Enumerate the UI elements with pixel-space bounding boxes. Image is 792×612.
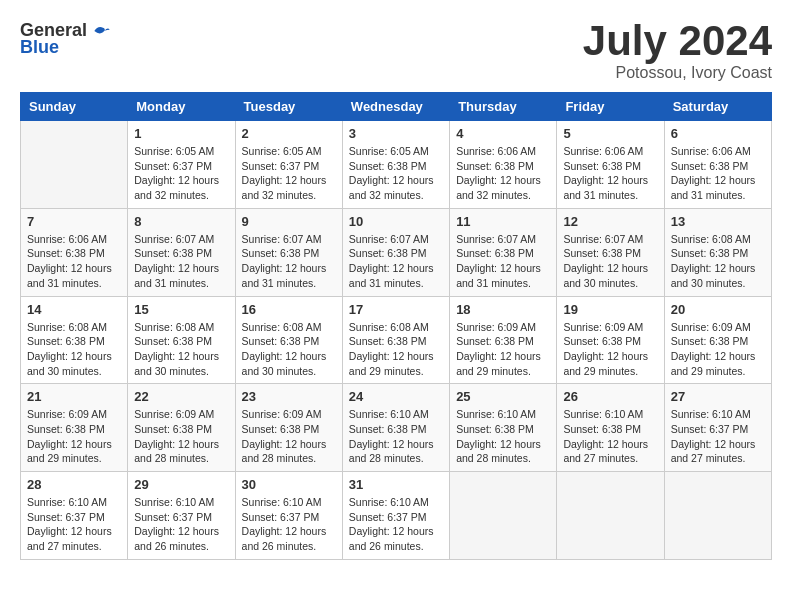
day-number: 15 bbox=[134, 302, 228, 317]
day-number: 28 bbox=[27, 477, 121, 492]
day-info: Sunrise: 6:07 AM Sunset: 6:38 PM Dayligh… bbox=[349, 232, 443, 291]
calendar-day-cell: 3Sunrise: 6:05 AM Sunset: 6:38 PM Daylig… bbox=[342, 121, 449, 209]
day-info: Sunrise: 6:08 AM Sunset: 6:38 PM Dayligh… bbox=[349, 320, 443, 379]
day-info: Sunrise: 6:09 AM Sunset: 6:38 PM Dayligh… bbox=[134, 407, 228, 466]
day-info: Sunrise: 6:09 AM Sunset: 6:38 PM Dayligh… bbox=[456, 320, 550, 379]
calendar-day-cell: 5Sunrise: 6:06 AM Sunset: 6:38 PM Daylig… bbox=[557, 121, 664, 209]
day-number: 24 bbox=[349, 389, 443, 404]
day-info: Sunrise: 6:09 AM Sunset: 6:38 PM Dayligh… bbox=[563, 320, 657, 379]
day-info: Sunrise: 6:07 AM Sunset: 6:38 PM Dayligh… bbox=[134, 232, 228, 291]
day-number: 11 bbox=[456, 214, 550, 229]
day-info: Sunrise: 6:09 AM Sunset: 6:38 PM Dayligh… bbox=[242, 407, 336, 466]
calendar-day-cell bbox=[21, 121, 128, 209]
calendar-day-cell: 29Sunrise: 6:10 AM Sunset: 6:37 PM Dayli… bbox=[128, 472, 235, 560]
day-of-week-header: Sunday bbox=[21, 93, 128, 121]
calendar-day-cell: 31Sunrise: 6:10 AM Sunset: 6:37 PM Dayli… bbox=[342, 472, 449, 560]
logo-blue-text: Blue bbox=[20, 37, 59, 58]
day-number: 29 bbox=[134, 477, 228, 492]
day-info: Sunrise: 6:09 AM Sunset: 6:38 PM Dayligh… bbox=[27, 407, 121, 466]
day-of-week-header: Thursday bbox=[450, 93, 557, 121]
day-info: Sunrise: 6:10 AM Sunset: 6:37 PM Dayligh… bbox=[349, 495, 443, 554]
day-of-week-header: Friday bbox=[557, 93, 664, 121]
day-number: 20 bbox=[671, 302, 765, 317]
day-number: 26 bbox=[563, 389, 657, 404]
day-number: 9 bbox=[242, 214, 336, 229]
day-number: 27 bbox=[671, 389, 765, 404]
month-year-title: July 2024 bbox=[583, 20, 772, 62]
day-number: 4 bbox=[456, 126, 550, 141]
calendar-day-cell: 13Sunrise: 6:08 AM Sunset: 6:38 PM Dayli… bbox=[664, 208, 771, 296]
day-info: Sunrise: 6:06 AM Sunset: 6:38 PM Dayligh… bbox=[456, 144, 550, 203]
day-number: 30 bbox=[242, 477, 336, 492]
calendar-day-cell bbox=[557, 472, 664, 560]
calendar-header: SundayMondayTuesdayWednesdayThursdayFrid… bbox=[21, 93, 772, 121]
day-number: 10 bbox=[349, 214, 443, 229]
day-number: 16 bbox=[242, 302, 336, 317]
calendar-day-cell: 28Sunrise: 6:10 AM Sunset: 6:37 PM Dayli… bbox=[21, 472, 128, 560]
calendar-week-row: 28Sunrise: 6:10 AM Sunset: 6:37 PM Dayli… bbox=[21, 472, 772, 560]
day-of-week-header: Wednesday bbox=[342, 93, 449, 121]
day-number: 5 bbox=[563, 126, 657, 141]
day-info: Sunrise: 6:07 AM Sunset: 6:38 PM Dayligh… bbox=[456, 232, 550, 291]
day-info: Sunrise: 6:05 AM Sunset: 6:37 PM Dayligh… bbox=[242, 144, 336, 203]
calendar-day-cell: 23Sunrise: 6:09 AM Sunset: 6:38 PM Dayli… bbox=[235, 384, 342, 472]
day-number: 22 bbox=[134, 389, 228, 404]
day-number: 17 bbox=[349, 302, 443, 317]
calendar-day-cell: 22Sunrise: 6:09 AM Sunset: 6:38 PM Dayli… bbox=[128, 384, 235, 472]
day-info: Sunrise: 6:09 AM Sunset: 6:38 PM Dayligh… bbox=[671, 320, 765, 379]
calendar-day-cell: 9Sunrise: 6:07 AM Sunset: 6:38 PM Daylig… bbox=[235, 208, 342, 296]
day-number: 31 bbox=[349, 477, 443, 492]
calendar-day-cell: 19Sunrise: 6:09 AM Sunset: 6:38 PM Dayli… bbox=[557, 296, 664, 384]
calendar-week-row: 1Sunrise: 6:05 AM Sunset: 6:37 PM Daylig… bbox=[21, 121, 772, 209]
calendar-day-cell: 30Sunrise: 6:10 AM Sunset: 6:37 PM Dayli… bbox=[235, 472, 342, 560]
day-number: 6 bbox=[671, 126, 765, 141]
calendar-day-cell: 12Sunrise: 6:07 AM Sunset: 6:38 PM Dayli… bbox=[557, 208, 664, 296]
calendar-day-cell: 25Sunrise: 6:10 AM Sunset: 6:38 PM Dayli… bbox=[450, 384, 557, 472]
calendar-day-cell: 2Sunrise: 6:05 AM Sunset: 6:37 PM Daylig… bbox=[235, 121, 342, 209]
calendar-day-cell: 14Sunrise: 6:08 AM Sunset: 6:38 PM Dayli… bbox=[21, 296, 128, 384]
day-number: 3 bbox=[349, 126, 443, 141]
day-info: Sunrise: 6:10 AM Sunset: 6:37 PM Dayligh… bbox=[242, 495, 336, 554]
day-number: 7 bbox=[27, 214, 121, 229]
day-info: Sunrise: 6:08 AM Sunset: 6:38 PM Dayligh… bbox=[27, 320, 121, 379]
day-info: Sunrise: 6:08 AM Sunset: 6:38 PM Dayligh… bbox=[671, 232, 765, 291]
location-text: Potossou, Ivory Coast bbox=[583, 64, 772, 82]
calendar-week-row: 21Sunrise: 6:09 AM Sunset: 6:38 PM Dayli… bbox=[21, 384, 772, 472]
calendar-day-cell: 7Sunrise: 6:06 AM Sunset: 6:38 PM Daylig… bbox=[21, 208, 128, 296]
day-info: Sunrise: 6:06 AM Sunset: 6:38 PM Dayligh… bbox=[671, 144, 765, 203]
day-number: 13 bbox=[671, 214, 765, 229]
calendar-day-cell: 16Sunrise: 6:08 AM Sunset: 6:38 PM Dayli… bbox=[235, 296, 342, 384]
calendar-week-row: 14Sunrise: 6:08 AM Sunset: 6:38 PM Dayli… bbox=[21, 296, 772, 384]
calendar-day-cell bbox=[664, 472, 771, 560]
calendar-day-cell bbox=[450, 472, 557, 560]
day-number: 8 bbox=[134, 214, 228, 229]
day-of-week-header: Monday bbox=[128, 93, 235, 121]
calendar-day-cell: 8Sunrise: 6:07 AM Sunset: 6:38 PM Daylig… bbox=[128, 208, 235, 296]
day-info: Sunrise: 6:10 AM Sunset: 6:37 PM Dayligh… bbox=[134, 495, 228, 554]
logo-bird-icon bbox=[91, 21, 111, 41]
day-info: Sunrise: 6:10 AM Sunset: 6:38 PM Dayligh… bbox=[456, 407, 550, 466]
calendar-day-cell: 17Sunrise: 6:08 AM Sunset: 6:38 PM Dayli… bbox=[342, 296, 449, 384]
day-of-week-header: Saturday bbox=[664, 93, 771, 121]
day-number: 18 bbox=[456, 302, 550, 317]
calendar-day-cell: 18Sunrise: 6:09 AM Sunset: 6:38 PM Dayli… bbox=[450, 296, 557, 384]
day-number: 2 bbox=[242, 126, 336, 141]
day-info: Sunrise: 6:08 AM Sunset: 6:38 PM Dayligh… bbox=[242, 320, 336, 379]
day-number: 1 bbox=[134, 126, 228, 141]
calendar-day-cell: 6Sunrise: 6:06 AM Sunset: 6:38 PM Daylig… bbox=[664, 121, 771, 209]
calendar-day-cell: 20Sunrise: 6:09 AM Sunset: 6:38 PM Dayli… bbox=[664, 296, 771, 384]
day-info: Sunrise: 6:10 AM Sunset: 6:38 PM Dayligh… bbox=[563, 407, 657, 466]
calendar-day-cell: 24Sunrise: 6:10 AM Sunset: 6:38 PM Dayli… bbox=[342, 384, 449, 472]
calendar-day-cell: 26Sunrise: 6:10 AM Sunset: 6:38 PM Dayli… bbox=[557, 384, 664, 472]
page-header: General Blue July 2024 Potossou, Ivory C… bbox=[20, 20, 772, 82]
day-info: Sunrise: 6:05 AM Sunset: 6:37 PM Dayligh… bbox=[134, 144, 228, 203]
calendar-day-cell: 4Sunrise: 6:06 AM Sunset: 6:38 PM Daylig… bbox=[450, 121, 557, 209]
logo: General Blue bbox=[20, 20, 111, 58]
day-number: 19 bbox=[563, 302, 657, 317]
calendar-day-cell: 15Sunrise: 6:08 AM Sunset: 6:38 PM Dayli… bbox=[128, 296, 235, 384]
day-number: 21 bbox=[27, 389, 121, 404]
calendar-body: 1Sunrise: 6:05 AM Sunset: 6:37 PM Daylig… bbox=[21, 121, 772, 560]
day-info: Sunrise: 6:06 AM Sunset: 6:38 PM Dayligh… bbox=[563, 144, 657, 203]
calendar-week-row: 7Sunrise: 6:06 AM Sunset: 6:38 PM Daylig… bbox=[21, 208, 772, 296]
day-info: Sunrise: 6:06 AM Sunset: 6:38 PM Dayligh… bbox=[27, 232, 121, 291]
